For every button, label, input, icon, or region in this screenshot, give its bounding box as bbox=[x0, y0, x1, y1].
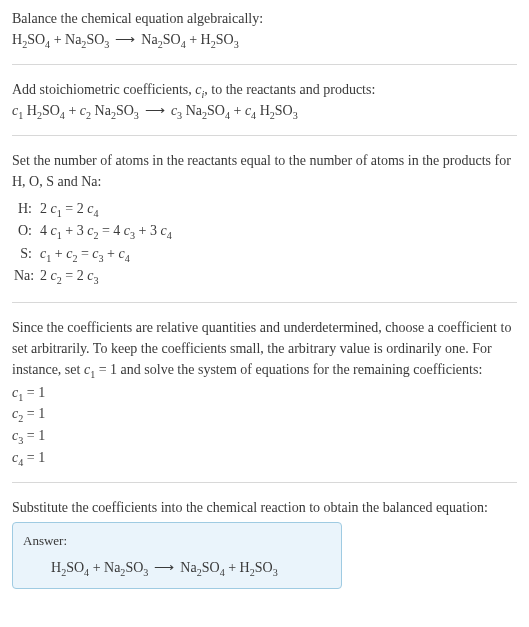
answer-label: Answer: bbox=[23, 531, 331, 551]
atom-equation: 4 c1 + 3 c2 = 4 c3 + 3 c4 bbox=[40, 220, 172, 242]
atom-label: O: bbox=[14, 220, 40, 242]
coef-c1: c1 = 1 bbox=[12, 382, 517, 404]
atom-equation: 2 c1 = 2 c4 bbox=[40, 198, 98, 220]
coeffs-equation: c1 H2SO4 + c2 Na2SO3⟶c3 Na2SO4 + c4 H2SO… bbox=[12, 100, 517, 121]
atoms-text: Set the number of atoms in the reactants… bbox=[12, 150, 517, 192]
ci-symbol: ci bbox=[195, 82, 204, 97]
coef-c2: c2 = 1 bbox=[12, 403, 517, 425]
final-text: Substitute the coefficients into the che… bbox=[12, 497, 517, 518]
atom-table: H: 2 c1 = 2 c4 O: 4 c1 + 3 c2 = 4 c3 + 3… bbox=[14, 198, 517, 288]
atom-label: S: bbox=[14, 243, 40, 265]
atom-row-s: S: c1 + c2 = c3 + c4 bbox=[14, 243, 517, 265]
coef-c3: c3 = 1 bbox=[12, 425, 517, 447]
final-section: Substitute the coefficients into the che… bbox=[12, 497, 517, 597]
atoms-section: Set the number of atoms in the reactants… bbox=[12, 150, 517, 303]
coeffs-text: Add stoichiometric coefficients, ci, to … bbox=[12, 79, 517, 100]
arrow-icon: ⟶ bbox=[145, 100, 165, 121]
plus: + bbox=[50, 32, 65, 47]
atom-equation: 2 c2 = 2 c3 bbox=[40, 265, 98, 287]
plus: + bbox=[186, 32, 201, 47]
answer-equation: H2SO4 + Na2SO3⟶Na2SO4 + H2SO3 bbox=[23, 557, 331, 578]
species-h2so4: H2SO4 bbox=[51, 560, 89, 575]
species-na2so4: Na2SO4 bbox=[141, 32, 185, 47]
atom-row-o: O: 4 c1 + 3 c2 = 4 c3 + 3 c4 bbox=[14, 220, 517, 242]
coef-c4: c4 = 1 bbox=[12, 447, 517, 469]
coeffs-section: Add stoichiometric coefficients, ci, to … bbox=[12, 79, 517, 136]
plus: + bbox=[89, 560, 104, 575]
solve-text: Since the coefficients are relative quan… bbox=[12, 317, 517, 380]
intro-text: Balance the chemical equation algebraica… bbox=[12, 8, 517, 29]
intro-equation: H2SO4 + Na2SO3⟶Na2SO4 + H2SO3 bbox=[12, 29, 517, 50]
coefficient-list: c1 = 1 c2 = 1 c3 = 1 c4 = 1 bbox=[12, 382, 517, 469]
intro-section: Balance the chemical equation algebraica… bbox=[12, 8, 517, 65]
species-na2so4: Na2SO4 bbox=[180, 560, 224, 575]
species-h2so4: H2SO4 bbox=[12, 32, 50, 47]
species-h2so3: H2SO3 bbox=[201, 32, 239, 47]
atom-equation: c1 + c2 = c3 + c4 bbox=[40, 243, 130, 265]
answer-box: Answer: H2SO4 + Na2SO3⟶Na2SO4 + H2SO3 bbox=[12, 522, 342, 589]
arrow-icon: ⟶ bbox=[115, 29, 135, 50]
atom-row-na: Na: 2 c2 = 2 c3 bbox=[14, 265, 517, 287]
atom-label: H: bbox=[14, 198, 40, 220]
species-na2so3: Na2SO3 bbox=[65, 32, 109, 47]
species-na2so3: Na2SO3 bbox=[104, 560, 148, 575]
atom-row-h: H: 2 c1 = 2 c4 bbox=[14, 198, 517, 220]
species-h2so3: H2SO3 bbox=[240, 560, 278, 575]
plus: + bbox=[225, 560, 240, 575]
arrow-icon: ⟶ bbox=[154, 557, 174, 578]
solve-section: Since the coefficients are relative quan… bbox=[12, 317, 517, 484]
atom-label: Na: bbox=[14, 265, 40, 287]
